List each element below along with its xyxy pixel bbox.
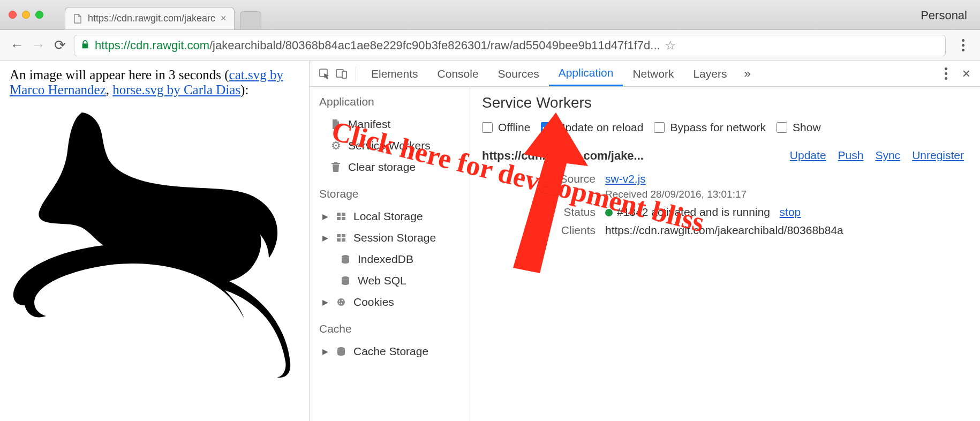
content-area: An image will appear here in 3 seconds (… [0, 61, 980, 421]
browser-toolbar: ← → ⟳ https://cdn.rawgit.com/jakearchiba… [0, 30, 980, 61]
devtools-panel: Elements Console Sources Application Net… [310, 61, 980, 421]
device-icon[interactable] [333, 69, 350, 79]
tab-sources[interactable]: Sources [488, 62, 549, 86]
sidebar-item-service-workers[interactable]: ⚙ Service Workers [317, 135, 470, 156]
tab-strip: https://cdn.rawgit.com/jakearc × [65, 0, 971, 29]
source-link[interactable]: sw-v2.js [605, 172, 646, 185]
devtools-body: Application Manifest ⚙ Service Workers C… [310, 87, 980, 421]
update-on-reload-checkbox[interactable]: Update on reload [541, 121, 643, 134]
offline-checkbox[interactable]: Offline [482, 121, 530, 134]
unregister-link[interactable]: Unregister [912, 149, 964, 162]
horse-image [10, 102, 299, 384]
sw-options-row: Offline Update on reload Bypass for netw… [482, 121, 980, 134]
sidebar-group-storage: Storage ▶ Local Storage ▶ Session Storag… [310, 179, 470, 314]
gear-icon: ⚙ [330, 139, 342, 152]
svg-point-10 [337, 347, 345, 350]
browser-menu-icon[interactable] [955, 39, 970, 51]
sidebar-item-clear-storage[interactable]: Clear storage [317, 156, 470, 178]
expand-icon: ▶ [321, 298, 329, 306]
sync-link[interactable]: Sync [875, 149, 900, 162]
tab-elements[interactable]: Elements [361, 62, 428, 86]
bookmark-icon[interactable]: ☆ [665, 38, 676, 53]
close-tab-icon[interactable]: × [221, 13, 227, 24]
svg-point-6 [339, 300, 340, 302]
tabs-overflow-icon[interactable]: » [736, 67, 758, 81]
sw-action-links: Update Push Sync Unregister [790, 149, 980, 162]
back-button[interactable]: ← [10, 38, 25, 53]
sidebar-item-indexeddb[interactable]: IndexedDB [317, 249, 470, 270]
sw-clients-row: Clients https://cdn.rawgit.com/jakearchi… [546, 224, 980, 237]
group-label: Storage [317, 184, 470, 206]
sidebar-item-label: IndexedDB [358, 253, 413, 266]
database-icon [340, 255, 351, 264]
sidebar-item-cookies[interactable]: ▶ Cookies [317, 291, 470, 313]
grid-icon [335, 234, 347, 242]
database-icon [335, 347, 347, 356]
grid-icon [335, 213, 347, 220]
expand-icon: ▶ [321, 347, 329, 356]
inspect-icon[interactable] [316, 69, 333, 79]
sidebar-group-cache: Cache ▶ Cache Storage [310, 314, 470, 363]
sidebar-item-label: Service Workers [348, 139, 431, 152]
sidebar-item-label: Web SQL [358, 274, 406, 287]
expand-icon: ▶ [321, 234, 329, 242]
sidebar-item-label: Local Storage [353, 210, 423, 223]
trash-icon [330, 162, 342, 172]
stop-link[interactable]: stop [780, 206, 801, 218]
devtools-menu-icon[interactable] [939, 67, 954, 80]
window-titlebar: https://cdn.rawgit.com/jakearc × Persona… [0, 0, 980, 30]
new-tab-button[interactable] [240, 11, 261, 29]
tab-console[interactable]: Console [428, 62, 488, 86]
traffic-lights [9, 11, 43, 19]
file-icon [330, 119, 342, 129]
file-icon [73, 14, 82, 24]
svg-point-3 [342, 255, 349, 258]
close-window-button[interactable] [9, 11, 17, 19]
tab-layers[interactable]: Layers [683, 62, 736, 86]
bypass-for-network-checkbox[interactable]: Bypass for network [654, 121, 766, 134]
clients-value: https://cdn.rawgit.com/jakearchibald/803… [605, 224, 980, 237]
sidebar-item-manifest[interactable]: Manifest [317, 114, 470, 135]
profile-label[interactable]: Personal [921, 9, 967, 22]
link-horse-svg[interactable]: horse.svg by Carla Dias [112, 82, 240, 97]
status-dot-icon [605, 209, 613, 216]
sidebar-item-session-storage[interactable]: ▶ Session Storage [317, 227, 470, 249]
push-link[interactable]: Push [838, 149, 864, 162]
svg-point-9 [339, 303, 340, 304]
sw-origin: https://cdn.rawgit.com/jake... [482, 149, 644, 163]
update-link[interactable]: Update [790, 149, 826, 162]
sw-origin-row: https://cdn.rawgit.com/jake... Update Pu… [482, 149, 980, 163]
source-label: Source [546, 172, 605, 200]
group-label: Application [317, 92, 470, 114]
sidebar-item-label: Cookies [353, 296, 394, 309]
group-label: Cache [317, 319, 470, 341]
service-workers-panel: Service Workers Offline Update on reload… [470, 87, 980, 421]
received-text: Received 28/09/2016, 13:01:17 [605, 189, 980, 200]
application-sidebar: Application Manifest ⚙ Service Workers C… [310, 87, 470, 421]
sidebar-item-label: Session Storage [353, 231, 436, 244]
maximize-window-button[interactable] [35, 11, 43, 19]
clients-label: Clients [546, 224, 605, 237]
sidebar-item-local-storage[interactable]: ▶ Local Storage [317, 206, 470, 227]
url-origin: https://cdn.rawgit.com [95, 39, 209, 52]
page-intro: An image will appear here in 3 seconds (… [10, 67, 299, 97]
devtools-close-icon[interactable]: × [962, 65, 970, 82]
sidebar-group-application: Application Manifest ⚙ Service Workers C… [310, 87, 470, 179]
sidebar-item-label: Manifest [348, 118, 390, 131]
sidebar-item-label: Clear storage [348, 161, 416, 174]
svg-point-4 [342, 276, 349, 280]
svg-point-8 [341, 303, 342, 304]
browser-tab[interactable]: https://cdn.rawgit.com/jakearc × [65, 7, 235, 29]
address-bar[interactable]: https://cdn.rawgit.com/jakearchibald/803… [74, 35, 946, 56]
tab-network[interactable]: Network [623, 62, 683, 86]
web-page: An image will appear here in 3 seconds (… [0, 61, 310, 421]
sidebar-item-websql[interactable]: Web SQL [317, 270, 470, 291]
show-all-checkbox[interactable]: Show [777, 121, 821, 134]
svg-point-5 [337, 298, 345, 306]
database-icon [340, 276, 351, 285]
tab-application[interactable]: Application [549, 61, 623, 86]
devtools-tabbar: Elements Console Sources Application Net… [310, 61, 980, 87]
minimize-window-button[interactable] [22, 11, 30, 19]
reload-button[interactable]: ⟳ [52, 38, 67, 53]
sidebar-item-cache-storage[interactable]: ▶ Cache Storage [317, 341, 470, 362]
